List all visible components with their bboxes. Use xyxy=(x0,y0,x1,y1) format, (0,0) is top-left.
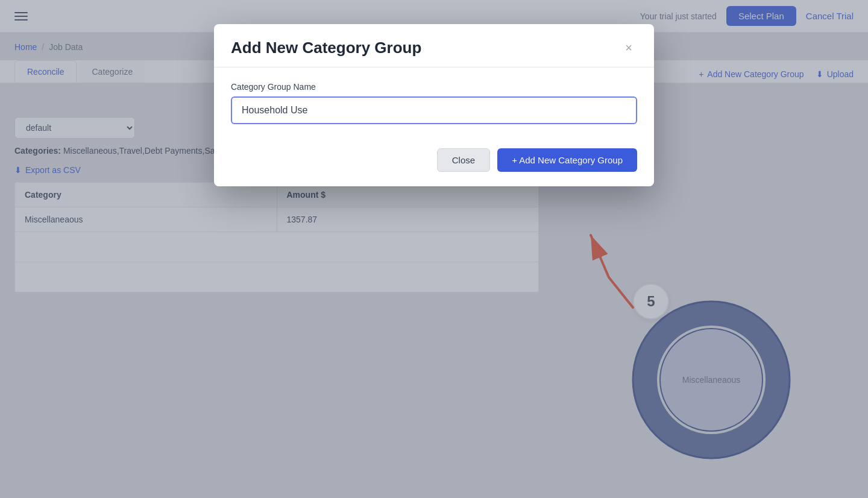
modal-dialog: Add New Category Group × Category Group … xyxy=(214,24,654,186)
modal-overlay: Add New Category Group × Category Group … xyxy=(0,0,868,498)
form-label: Category Group Name xyxy=(231,82,637,92)
modal-body: Category Group Name xyxy=(214,68,654,139)
category-group-name-input[interactable] xyxy=(231,96,637,124)
modal-header: Add New Category Group × xyxy=(214,24,654,68)
modal-title: Add New Category Group xyxy=(231,39,421,57)
modal-close-button[interactable]: × xyxy=(620,39,637,57)
close-button[interactable]: Close xyxy=(437,148,490,172)
modal-footer: Close + Add New Category Group xyxy=(214,139,654,186)
add-new-category-group-button[interactable]: + Add New Category Group xyxy=(497,148,637,172)
